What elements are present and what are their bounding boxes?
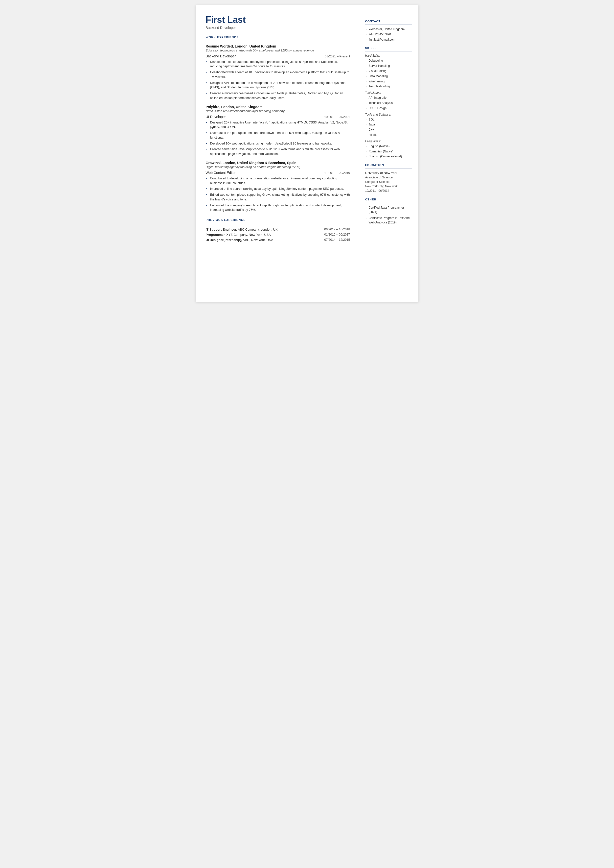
previous-experience-table: IT Support Engineer, ABC Company, London… <box>206 227 350 242</box>
job-title-2: Web Content Editor <box>206 171 236 175</box>
job-dates-0: 08/2021 – Present <box>325 55 350 58</box>
language-2: Spanish (Conversational) <box>365 154 412 158</box>
technique-0: API Integration <box>365 96 412 100</box>
tool-1: Java <box>365 123 412 127</box>
edu-university: University of New York <box>365 171 412 175</box>
work-block-0: Resume Worded, London, United Kingdom Ed… <box>206 44 350 101</box>
tools-list: SQL Java C++ HTML <box>365 118 412 137</box>
bullet-1-2: Developed 10+ web applications using mod… <box>206 141 350 146</box>
prev-row-1: Programmer, XYZ Company, New York, USA 0… <box>206 232 350 237</box>
tool-3: HTML <box>365 133 412 137</box>
prev-row-2: UI Designer(Internship), ABC, New York, … <box>206 237 350 242</box>
sidebar-column: CONTACT Worcester, United Kingdom +44 12… <box>359 5 419 302</box>
edu-location: New York City, New York <box>365 185 398 188</box>
job-row-0: Backend Developer 08/2021 – Present <box>206 54 350 58</box>
previous-experience-divider <box>206 224 350 224</box>
bullet-2-3: Enhanced the company's search rankings t… <box>206 203 350 213</box>
technique-1: Technical Analysis <box>365 101 412 105</box>
job-bullets-0: Developed tools to automate deployment p… <box>206 60 350 101</box>
prev-bold-0: IT Support Engineer, <box>206 228 237 231</box>
company-rest-2: London, United Kingdom & Barcelona, Spai… <box>222 161 296 165</box>
company-name-0: Resume Worded, London, United Kingdom <box>206 44 350 48</box>
company-bold-1: Polyhire, <box>206 105 220 109</box>
language-0: English (Native) <box>365 144 412 149</box>
main-column: First Last Backend Developer WORK EXPERI… <box>196 5 359 302</box>
company-desc-1: NYSE-listed recruitment and employer bra… <box>206 109 350 113</box>
resume-container: First Last Backend Developer WORK EXPERI… <box>196 5 419 302</box>
job-bullets-2: Contributed to developing a next-generat… <box>206 176 350 212</box>
job-row-2: Web Content Editor 11/2018 – 09/2019 <box>206 171 350 175</box>
work-block-2: Growthsi, London, United Kingdom & Barce… <box>206 161 350 212</box>
prev-title-0: IT Support Engineer, ABC Company, London… <box>206 227 313 232</box>
other-header: OTHER <box>365 198 412 201</box>
skills-header: SKILLS <box>365 47 412 50</box>
prev-title-2: UI Designer(Internship), ABC, New York, … <box>206 237 313 242</box>
work-experience-header: WORK EXPERIENCE <box>206 36 350 39</box>
bullet-1-0: Designed 20+ interactive User Interface … <box>206 120 350 130</box>
bullet-0-3: Created a microservices-based architectu… <box>206 91 350 101</box>
languages-list: English (Native) Romanian (Native) Spani… <box>365 144 412 158</box>
job-row-1: UI Developer 10/2019 – 07/2021 <box>206 115 350 119</box>
language-1: Romanian (Native) <box>365 149 412 154</box>
bullet-2-2: Edited web content pieces supporting Gro… <box>206 193 350 202</box>
hard-skill-5: Troubleshooting <box>365 84 412 89</box>
education-block: University of New York Associate of Scie… <box>365 171 412 193</box>
previous-experience-header: PREVIOUS EXPERIENCE <box>206 218 350 222</box>
skills-divider <box>365 51 412 51</box>
company-name-1: Polyhire, London, United Kingdom <box>206 105 350 109</box>
hard-skills-label: Hard Skills: <box>365 54 412 57</box>
contact-item-0: Worcester, United Kingdom <box>365 27 412 31</box>
resume-title: Backend Developer <box>206 26 350 30</box>
hard-skill-1: Server Handling <box>365 64 412 68</box>
work-block-1: Polyhire, London, United Kingdom NYSE-li… <box>206 105 350 156</box>
edu-field: Computer Science <box>365 180 390 183</box>
education-divider <box>365 168 412 169</box>
prev-bold-2: UI Designer(Internship), <box>206 238 242 242</box>
technique-2: UI/UX Design <box>365 106 412 110</box>
edu-degree-text: Associate of Science <box>365 175 393 179</box>
education-header: EDUCATION <box>365 163 412 166</box>
company-bold-2: Growthsi, <box>206 161 222 165</box>
tool-2: C++ <box>365 128 412 132</box>
company-rest-1: London, United Kingdom <box>220 105 263 109</box>
prev-row-0: IT Support Engineer, ABC Company, London… <box>206 227 350 232</box>
bullet-1-3: Created server-side JavaScript codes to … <box>206 147 350 156</box>
job-title-0: Backend Developer <box>206 54 236 58</box>
hard-skill-3: Data Modeling <box>365 74 412 78</box>
company-desc-0: Education technology startup with 50+ em… <box>206 49 350 52</box>
bullet-0-0: Developed tools to automate deployment p… <box>206 60 350 69</box>
bullet-0-1: Collaborated with a team of 10+ develope… <box>206 70 350 79</box>
company-desc-2: Digital marketing agency focusing on sea… <box>206 165 350 169</box>
other-item-1: Certificate Program In Text And Web Anal… <box>365 216 412 225</box>
other-item-0: Certified Java Programmer (2021) <box>365 205 412 214</box>
hard-skills-list: Debugging Server Handling Visual Editing… <box>365 59 412 89</box>
prev-dates-2: 07/2014 – 12/2015 <box>313 237 350 242</box>
job-dates-2: 11/2018 – 09/2019 <box>324 171 350 175</box>
resume-name: First Last <box>206 15 350 25</box>
bullet-0-2: Designed APIs to support the development… <box>206 81 350 90</box>
job-dates-1: 10/2019 – 07/2021 <box>324 115 350 119</box>
languages-label: Languages: <box>365 140 412 143</box>
company-bold-0: Resume Worded, <box>206 44 234 48</box>
contact-header: CONTACT <box>365 20 412 23</box>
job-bullets-1: Designed 20+ interactive User Interface … <box>206 120 350 156</box>
hard-skill-0: Debugging <box>365 59 412 63</box>
prev-rest-0: ABC Company, London, UK <box>237 228 278 231</box>
edu-dates: 10/2011 - 06/2014 <box>365 189 389 193</box>
contact-item-1: +44 1234567890 <box>365 33 412 37</box>
company-rest-0: London, United Kingdom <box>234 44 276 48</box>
tools-label: Tools and Software: <box>365 113 412 116</box>
edu-degree: Associate of Science Computer Science Ne… <box>365 175 412 193</box>
prev-dates-1: 01/2016 – 05/2017 <box>313 232 350 237</box>
contact-item-2: first.last@gmail.com <box>365 37 412 42</box>
bullet-1-1: Overhauled the pop-up screens and dropdo… <box>206 130 350 140</box>
prev-rest-2: ABC, New York, USA <box>242 238 273 242</box>
bullet-2-0: Contributed to developing a next-generat… <box>206 176 350 186</box>
prev-dates-0: 06/2017 – 10/2018 <box>313 227 350 232</box>
prev-bold-1: Programmer, <box>206 233 225 236</box>
hard-skill-2: Visual Editing <box>365 69 412 73</box>
prev-rest-1: XYZ Company, New York, USA <box>225 233 271 236</box>
company-name-2: Growthsi, London, United Kingdom & Barce… <box>206 161 350 165</box>
other-list: Certified Java Programmer (2021) Certifi… <box>365 205 412 225</box>
prev-title-1: Programmer, XYZ Company, New York, USA <box>206 232 313 237</box>
